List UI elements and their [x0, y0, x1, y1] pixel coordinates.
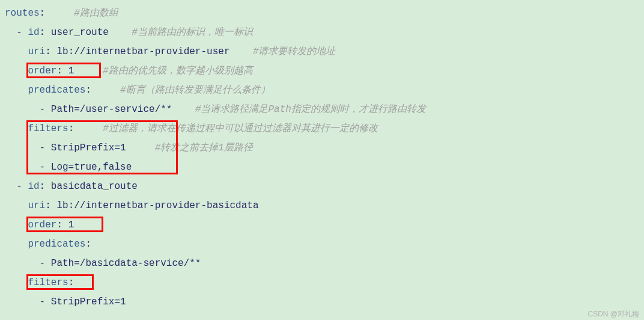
- yaml-dash: -: [5, 297, 51, 307]
- code-line: order: 1 #路由的优先级，数字越小级别越高: [5, 61, 639, 81]
- code-line: routes: #路由数组: [5, 4, 639, 23]
- yaml-value: Path=/user-service/**: [51, 104, 172, 115]
- colon: :: [68, 123, 74, 134]
- colon: :: [40, 27, 46, 38]
- comment: #当前路由的标识，唯一标识: [132, 27, 253, 38]
- colon: :: [40, 8, 46, 19]
- yaml-key: uri: [5, 200, 45, 211]
- comment: #转发之前去掉1层路径: [155, 143, 253, 153]
- yaml-key: uri: [5, 46, 45, 57]
- yaml-key: order: [5, 66, 56, 76]
- comment: #过滤器，请求在传递过程中可以通过过滤器对其进行一定的修改: [103, 123, 378, 134]
- comment: #当请求路径满足Path指定的规则时，才进行路由转发: [195, 104, 426, 115]
- code-line: - StripPrefix=1: [5, 292, 639, 312]
- yaml-value: 1: [62, 66, 74, 76]
- yaml-value: StripPrefix=1: [51, 143, 126, 153]
- yaml-dash: -: [5, 27, 28, 38]
- colon: :: [56, 66, 62, 76]
- yaml-value: lb://internetbar-provider-basicdata: [51, 200, 259, 211]
- yaml-key: id: [28, 27, 39, 38]
- yaml-dash: -: [5, 162, 51, 173]
- yaml-dash: -: [5, 143, 51, 153]
- code-line: filters:: [5, 273, 639, 292]
- watermark: CSDN @邓礼梅: [588, 310, 639, 318]
- yaml-key: routes: [5, 8, 40, 19]
- yaml-key: filters: [5, 123, 68, 134]
- code-line: uri: lb://internetbar-provider-basicdata: [5, 196, 639, 215]
- code-line: predicates: #断言（路由转发要满足什么条件）: [5, 81, 639, 100]
- code-line: - Path=/basicdata-service/**: [5, 254, 639, 273]
- code-line: uri: lb://internetbar-provider-user #请求要…: [5, 42, 639, 61]
- yaml-value: basicdata_route: [45, 181, 138, 192]
- colon: :: [45, 200, 51, 211]
- yaml-key: order: [5, 220, 56, 230]
- yaml-value: user_route: [45, 27, 109, 38]
- colon: :: [68, 277, 74, 288]
- yaml-value: 1: [62, 220, 74, 230]
- code-line: filters: #过滤器，请求在传递过程中可以通过过滤器对其进行一定的修改: [5, 119, 639, 138]
- yaml-value: Log=true,false: [51, 162, 132, 173]
- code-line: - Path=/user-service/** #当请求路径满足Path指定的规…: [5, 100, 639, 119]
- colon: :: [45, 46, 51, 57]
- code-line: - id: basicdata_route: [5, 177, 639, 196]
- colon: :: [85, 239, 91, 250]
- comment: #路由数组: [74, 8, 118, 19]
- yaml-key: predicates: [5, 85, 85, 96]
- yaml-value: lb://internetbar-provider-user: [51, 46, 230, 57]
- yaml-key: id: [28, 181, 39, 192]
- code-line: order: 1: [5, 215, 639, 235]
- code-line: - Log=true,false: [5, 158, 639, 177]
- yaml-key: predicates: [5, 239, 85, 250]
- yaml-dash: -: [5, 181, 28, 192]
- code-line: - StripPrefix=1 #转发之前去掉1层路径: [5, 138, 639, 158]
- yaml-dash: -: [5, 104, 51, 115]
- code-line: predicates:: [5, 235, 639, 254]
- colon: :: [40, 181, 46, 192]
- colon: :: [56, 220, 62, 230]
- comment: #断言（路由转发要满足什么条件）: [120, 85, 270, 96]
- yaml-value: StripPrefix=1: [51, 297, 126, 307]
- yaml-dash: -: [5, 258, 51, 269]
- yaml-key: filters: [5, 277, 68, 288]
- code-line: - id: user_route #当前路由的标识，唯一标识: [5, 23, 639, 42]
- yaml-value: Path=/basicdata-service/**: [51, 258, 201, 269]
- comment: #路由的优先级，数字越小级别越高: [103, 66, 253, 76]
- colon: :: [85, 85, 91, 96]
- comment: #请求要转发的地址: [253, 46, 336, 57]
